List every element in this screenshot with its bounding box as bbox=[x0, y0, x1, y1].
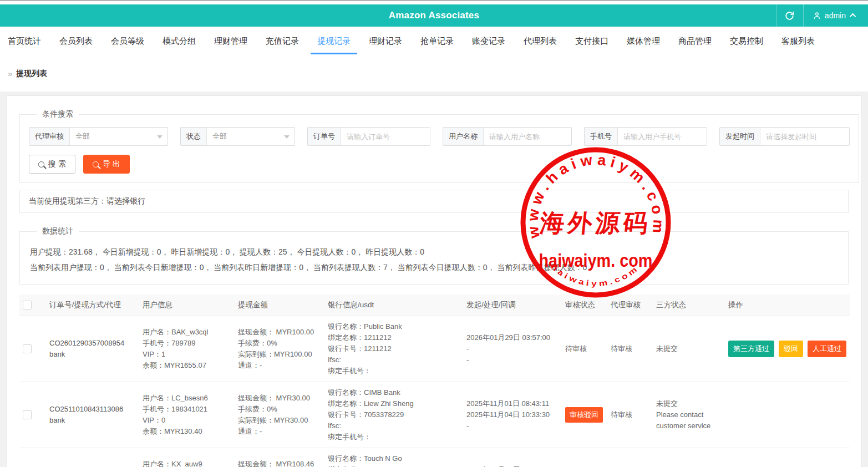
status-select-value: 全部 bbox=[212, 131, 227, 141]
agent-audit-select[interactable]: 全部 bbox=[70, 128, 167, 145]
agent-audit-select-value: 全部 bbox=[75, 131, 90, 141]
time-info: 2025年10月31日 03:04:422025年10月31日 04:06:41… bbox=[463, 448, 562, 467]
search-legend: 条件搜索 bbox=[37, 109, 79, 119]
reject-button[interactable]: 驳回 bbox=[779, 341, 803, 357]
manual-pass-button[interactable]: 人工通过 bbox=[808, 341, 846, 357]
amount-info: 提现金额： MYR100.00手续费：0% 实际到账：MYR100.00通道：- bbox=[235, 316, 324, 382]
amount-info: 提现金额： MYR108.46手续费：0% 实际到账：MYR108.46通道：- bbox=[235, 448, 324, 467]
filter-status: 状态 全部 bbox=[180, 127, 295, 146]
status-select[interactable]: 全部 bbox=[207, 128, 295, 145]
order-number: CO2511010843113086 bbox=[49, 404, 136, 415]
audit-status: 待审核 bbox=[565, 344, 587, 353]
col-audit: 审核状态 bbox=[562, 295, 607, 316]
phone-input[interactable] bbox=[618, 128, 707, 145]
withdraw-method: bank bbox=[49, 349, 136, 360]
refresh-button[interactable] bbox=[776, 4, 804, 27]
search-button-label: 搜 索 bbox=[48, 159, 66, 169]
search-icon bbox=[38, 161, 44, 167]
audit-status-badge: 审核驳回 bbox=[565, 407, 603, 423]
nav-item-product-manage[interactable]: 商品管理 bbox=[678, 33, 712, 50]
nav-item-finance-manage[interactable]: 理财管理 bbox=[214, 33, 247, 50]
nav-item-agent-list[interactable]: 代理列表 bbox=[524, 33, 557, 50]
bank-info: 银行名称：CIMB Bank绑定名称：Liew Zhi Sheng 银行卡号：7… bbox=[324, 382, 463, 448]
window-chrome-strip bbox=[0, 0, 868, 4]
agent-audit-status: 待审核 bbox=[611, 344, 632, 353]
row-checkbox[interactable] bbox=[23, 410, 32, 419]
main-nav: 首页统计 会员列表 会员等级 模式分组 理财管理 充值记录 提现记录 理财记录 … bbox=[0, 27, 868, 55]
export-button[interactable]: 导 出 bbox=[83, 155, 130, 174]
filter-phone: 手机号 bbox=[584, 127, 707, 146]
time-info: 2026年01月29日 03:57:00- - bbox=[463, 316, 562, 382]
chevron-down-icon bbox=[284, 135, 290, 139]
double-chevron-right-icon: » bbox=[8, 69, 12, 78]
nav-item-member-level[interactable]: 会员等级 bbox=[111, 33, 144, 50]
start-time-input[interactable] bbox=[760, 128, 849, 145]
table-row: CO2601290357008954 bank 用户名：BAK_w3cql手机号… bbox=[19, 316, 850, 382]
row-actions: 第三方通过 驳回 人工通过 bbox=[728, 341, 846, 357]
bank-info: 银行名称：Touch N Go绑定名称：lim tze kian 银行卡号：18… bbox=[324, 448, 463, 467]
col-bank: 银行信息/usdt bbox=[324, 295, 463, 316]
table-row: CO2510310304426411 bank 用户名：KX_auw9手机号：1… bbox=[19, 448, 850, 467]
withdraw-table: 订单号/提现方式/代理 用户信息 提现金额 银行信息/usdt 发起/处理/回调… bbox=[19, 295, 850, 467]
select-all-checkbox[interactable] bbox=[23, 301, 32, 309]
search-fieldset: 条件搜索 代理审核 全部 状态 全部 订单号 用户名称 bbox=[19, 109, 859, 183]
user-icon bbox=[813, 11, 821, 20]
nav-item-grab-record[interactable]: 抢单记录 bbox=[420, 33, 454, 50]
stats-line-current: 当前列表用户提现：0， 当前列表今日新增提现：0， 当前列表昨日新增提现：0， … bbox=[29, 260, 839, 275]
filter-start-time-label: 发起时间 bbox=[720, 128, 760, 145]
nav-item-media-manage[interactable]: 媒体管理 bbox=[627, 33, 660, 50]
button-row: 搜 索 导 出 bbox=[29, 155, 850, 174]
header-right: admin bbox=[776, 4, 868, 27]
refresh-icon bbox=[784, 11, 795, 21]
nav-item-home-stats[interactable]: 首页统计 bbox=[8, 33, 41, 50]
nav-item-cs-list[interactable]: 客服列表 bbox=[781, 33, 815, 50]
nav-item-mode-group[interactable]: 模式分组 bbox=[163, 33, 196, 50]
third-status: 未提交Contact CS bbox=[653, 448, 725, 467]
agent-audit-status: 待审核 bbox=[611, 410, 632, 419]
col-user: 用户信息 bbox=[139, 295, 235, 316]
stats-legend: 数据统计 bbox=[37, 226, 79, 236]
col-action: 操作 bbox=[725, 295, 850, 316]
filter-order-no-label: 订单号 bbox=[308, 128, 341, 145]
order-number: CO2601290357008954 bbox=[49, 338, 136, 349]
filter-agent-audit-label: 代理审核 bbox=[29, 128, 70, 145]
breadcrumb-label: 提现列表 bbox=[16, 69, 47, 78]
user-info: 用户名：KX_auw9手机号：183666385 VIP：0余额：MYR108.… bbox=[139, 448, 235, 467]
col-time: 发起/处理/回调 bbox=[463, 295, 562, 316]
third-party-notice: 当前使用提现第三方：请选择银行 bbox=[19, 190, 849, 213]
filter-agent-audit: 代理审核 全部 bbox=[29, 127, 168, 146]
nav-item-withdraw-record[interactable]: 提现记录 bbox=[317, 33, 351, 50]
filter-start-time: 发起时间 bbox=[719, 127, 850, 146]
content-card: 条件搜索 代理审核 全部 状态 全部 订单号 用户名称 bbox=[7, 95, 861, 467]
chevron-down-icon bbox=[157, 135, 163, 139]
username-input[interactable] bbox=[484, 128, 571, 145]
time-info: 2025年11月01日 08:43:112025年11月04日 10:33:30… bbox=[463, 382, 562, 448]
admin-username: admin bbox=[825, 11, 846, 20]
export-button-label: 导 出 bbox=[103, 159, 120, 169]
third-status: 未提交 bbox=[653, 316, 725, 382]
app-header: Amazon Associates admin bbox=[0, 4, 868, 27]
search-button[interactable]: 搜 索 bbox=[29, 155, 75, 174]
row-checkbox[interactable] bbox=[23, 344, 32, 353]
user-info: 用户名：BAK_w3cql手机号：789789 VIP：1余额：MYR1655.… bbox=[139, 316, 235, 382]
col-amount: 提现金额 bbox=[235, 295, 324, 316]
amount-info: 提现金额： MYR30.00手续费：0% 实际到账：MYR30.00通道：- bbox=[235, 382, 324, 448]
app-title: Amazon Associates bbox=[389, 10, 479, 21]
table-header-row: 订单号/提现方式/代理 用户信息 提现金额 银行信息/usdt 发起/处理/回调… bbox=[19, 295, 850, 316]
nav-item-account-change[interactable]: 账变记录 bbox=[472, 33, 505, 50]
admin-menu[interactable]: admin bbox=[804, 4, 868, 27]
filter-row: 代理审核 全部 状态 全部 订单号 用户名称 bbox=[29, 127, 850, 146]
col-third: 三方状态 bbox=[653, 295, 725, 316]
nav-item-trade-control[interactable]: 交易控制 bbox=[730, 33, 763, 50]
third-party-pass-button[interactable]: 第三方通过 bbox=[728, 341, 774, 357]
filter-status-label: 状态 bbox=[181, 128, 207, 145]
nav-item-recharge-record[interactable]: 充值记录 bbox=[266, 33, 299, 50]
nav-item-member-list[interactable]: 会员列表 bbox=[59, 33, 93, 50]
stats-fieldset: 数据统计 用户提现：231.68， 今日新增提现：0， 昨日新增提现：0， 提现… bbox=[19, 226, 849, 285]
order-no-input[interactable] bbox=[341, 128, 430, 145]
nav-item-pay-api[interactable]: 支付接口 bbox=[575, 33, 608, 50]
nav-item-finance-record[interactable]: 理财记录 bbox=[369, 33, 402, 50]
breadcrumb: » 提现列表 bbox=[0, 55, 868, 92]
filter-username: 用户名称 bbox=[443, 127, 572, 146]
filter-username-label: 用户名称 bbox=[443, 128, 484, 145]
